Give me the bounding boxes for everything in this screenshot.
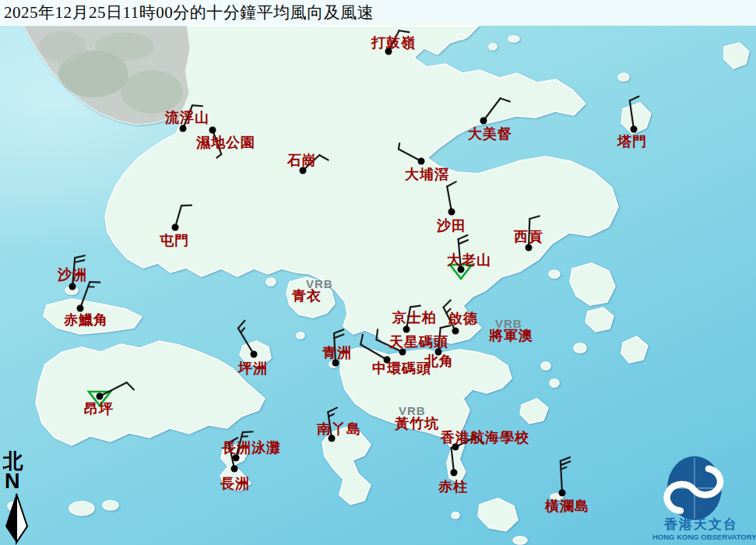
hko-logo (667, 456, 722, 520)
wind-barb-feather (229, 438, 237, 443)
station-dot (526, 244, 533, 251)
wind-barb-feather (334, 329, 343, 333)
station-dot (418, 158, 425, 165)
landmass-lantau (36, 341, 265, 445)
station-dot (209, 127, 216, 134)
station-dot (435, 349, 442, 356)
station-dot (452, 444, 459, 451)
wind-barb-feather (75, 255, 85, 258)
islet (452, 512, 459, 519)
islet (541, 362, 550, 370)
station-dot (452, 328, 459, 335)
wind-barb-feather (238, 321, 245, 329)
urban-area-shenzhen (23, 26, 190, 125)
station-dot (559, 490, 566, 497)
wind-barb-feather (561, 457, 570, 461)
islet-tung-lung (520, 399, 548, 424)
map-title: 2025年12月25日11時00分的十分鐘平均風向及風速 (0, 0, 756, 23)
station-dot (332, 360, 339, 367)
islet (618, 73, 629, 81)
landmass-airport (44, 299, 142, 334)
wind-barb-feather (561, 467, 566, 469)
wind-barb-feather (561, 462, 570, 466)
wind-barb-feather (75, 260, 85, 262)
islet-group-port-shelter (570, 263, 615, 305)
title-bar: 2025年12月25日11時00分的十分鐘平均風向及風速 (0, 0, 756, 26)
wind-barb-feather (399, 143, 399, 149)
islet-ma-wan (266, 278, 276, 286)
station-dot (329, 435, 336, 442)
islet (549, 270, 560, 278)
islet (513, 536, 527, 544)
station-dot (251, 351, 258, 358)
station-dot (77, 305, 84, 312)
islet (574, 343, 586, 353)
station-dot (384, 357, 391, 364)
hko-logo-name-zh: 香港天文台 (664, 518, 738, 531)
north-arrow (5, 494, 27, 543)
islet (508, 36, 519, 42)
islet-top-right (724, 43, 749, 69)
station-dot (403, 326, 410, 333)
wind-barb-feather (334, 334, 343, 338)
wind-map: 打鼓嶺流浮山濕地公園石崗屯門大美督大埔滘塔門沙田西貢大老山沙洲赤鱲角坪洲昂坪青洲… (0, 0, 756, 545)
wind-barb-feather (630, 97, 639, 101)
station-dot (180, 125, 187, 132)
wind-barb-feather (476, 437, 483, 444)
station-dot (451, 469, 458, 476)
wind-barb-feather (329, 414, 334, 417)
station-dot (399, 349, 406, 356)
station-dot (631, 126, 638, 133)
station-dot (300, 167, 307, 174)
hko-logo-name-en: HONG KONG OBSERVATORY (652, 533, 756, 541)
islet-po-toi (478, 498, 518, 531)
station-dot (69, 283, 76, 290)
station-dot (172, 224, 179, 231)
wind-barb-feather (360, 335, 363, 345)
station-dot (233, 455, 240, 462)
islet (103, 501, 118, 510)
compass-north-en: N (5, 471, 20, 492)
landmass-hk-island (340, 348, 512, 483)
station-dot (231, 466, 238, 473)
station-dot (458, 266, 465, 273)
islet (585, 308, 614, 332)
station-dot (448, 209, 455, 216)
station-dot (480, 118, 487, 125)
wind-barb-feather (243, 431, 253, 432)
coastline-map-svg (0, 0, 756, 545)
islet (621, 336, 648, 363)
station-dot (97, 393, 104, 400)
islet-kau-yi-chau (297, 332, 304, 339)
islet (550, 379, 559, 387)
wind-barb-feather (192, 105, 202, 106)
wind-barb-feather (328, 408, 337, 413)
islet-soko (69, 501, 94, 515)
station-dot (385, 48, 392, 55)
wind-barb-feather (241, 328, 244, 332)
islet (456, 33, 466, 40)
islet (489, 44, 497, 50)
wind-barb-pole (529, 219, 529, 248)
